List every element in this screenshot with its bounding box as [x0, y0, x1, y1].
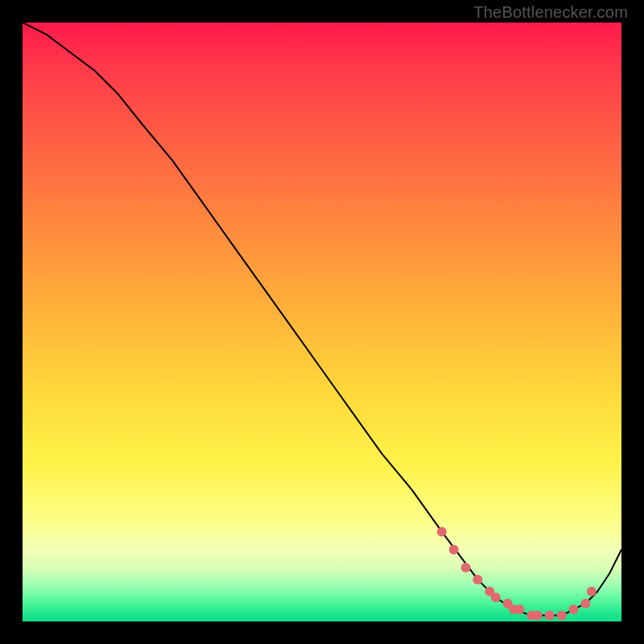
data-marker [437, 526, 447, 536]
data-marker [545, 611, 555, 621]
data-marker [580, 599, 590, 609]
data-marker [557, 611, 567, 621]
marker-group [437, 526, 597, 620]
data-marker [461, 563, 471, 572]
bottleneck-curve [23, 23, 621, 616]
data-marker [449, 545, 459, 555]
data-marker [491, 592, 501, 602]
data-marker [533, 611, 543, 621]
watermark-text: TheBottlenecker.com [473, 3, 628, 22]
plot-overlay-svg [23, 23, 621, 621]
data-marker [515, 605, 525, 614]
data-marker [473, 575, 482, 584]
data-marker [587, 587, 597, 597]
bottleneck-heatmap-plot [23, 23, 621, 621]
stage: TheBottlenecker.com [0, 0, 644, 644]
data-marker [569, 605, 579, 614]
